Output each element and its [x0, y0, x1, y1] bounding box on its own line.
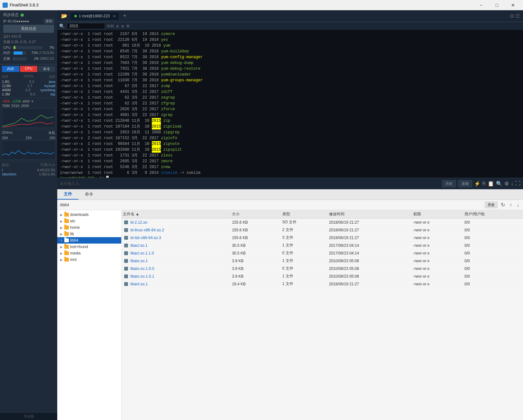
settings-icon[interactable]: ⚙ [504, 181, 509, 187]
menu-icon[interactable]: ☰ [515, 13, 520, 19]
proc-header: 内存 CPU% 进程 [2, 75, 55, 79]
th-filename[interactable]: 文件名 ▲ [122, 210, 229, 219]
grid-icon[interactable]: ⊞ [510, 13, 514, 19]
mem-metric: 内存 71% 2.7G/3.8G [3, 50, 54, 55]
term-line-yes: -rwxr-xr-x 1 root root 22120 6月 19 2018 … [60, 37, 520, 43]
fm-table: 文件名 ▲ 大小 类型 修改时间 权限 用户/用户组 ld-2.12.so 1 [122, 210, 523, 288]
tree-item-mnt[interactable]: ▶ mnt [57, 256, 121, 263]
td-owner: 0/0 [462, 273, 523, 280]
th-type[interactable]: 类型 [280, 210, 326, 219]
copy-ip-button[interactable]: 复制 [44, 19, 54, 24]
tab-close-icon[interactable]: × [113, 13, 115, 19]
fm-upload-button[interactable]: ↑ [508, 201, 513, 209]
tree-item-etc[interactable]: ▶ etc [57, 218, 121, 224]
proc-cpu-java: 3.3 [24, 80, 34, 84]
fullscreen-icon[interactable]: ⛶ [515, 181, 520, 186]
find-icon[interactable]: 🔍 [496, 181, 502, 187]
table-row[interactable]: ld-2.12.so 155.6 KB SO 文件 2018/06/19 21:… [122, 219, 523, 226]
search-prev-icon[interactable]: ∧ [116, 23, 119, 29]
tree-item-lib64[interactable]: ▼ lib64 [57, 237, 121, 244]
fm-tab-files[interactable]: 文件 [57, 189, 78, 200]
th-perm[interactable]: 权限 [411, 210, 462, 219]
th-size[interactable]: 大小 [229, 210, 280, 219]
table-row[interactable]: libaio.so.1.0.1 3.9 KB 1 文件 2010/08/23 0… [122, 273, 523, 280]
table-row[interactable]: libanl.so.1 19.4 KB 1 文件 2018/06/19 21:2… [122, 280, 523, 288]
tree-item-lostfound[interactable]: ▶ lost+found [57, 244, 121, 250]
term-line-zip: -rwxr-xr-x 1 root root 212048 11月 10 201… [60, 118, 520, 124]
fm-tab-cmd[interactable]: 命令 [78, 189, 100, 200]
filename-label: libacl.so.1.1.0 [130, 251, 154, 255]
download-icon[interactable]: ↓ [511, 181, 513, 186]
folder-icon-downloads [64, 213, 69, 217]
table-row[interactable]: libaio.so.1 3.9 KB 1 文件 2010/08/23 05:08… [122, 257, 523, 265]
search-next-icon[interactable]: ∨ [121, 23, 124, 29]
tree-label-lostfound: lost+found [70, 245, 88, 249]
tree-item-downloads[interactable]: ▶ downloads [57, 211, 121, 218]
fm-current-path: /lib64 [60, 203, 483, 207]
net-iface: eth0 [23, 99, 29, 103]
tree-label-etc: etc [70, 219, 75, 223]
expand-home-icon: ▶ [60, 226, 63, 229]
title-left: FinalShell 3.8.3 [3, 3, 39, 8]
table-row[interactable]: ld-linux-x86-64.so.2 155.6 KB 2 文件 2018/… [122, 226, 523, 234]
tree-item-home[interactable]: ▶ home [57, 224, 121, 231]
search-input[interactable] [67, 23, 105, 29]
history-button[interactable]: 历史 [442, 180, 456, 187]
td-type: 1 文件 [280, 242, 326, 249]
td-type: SO 文件 [280, 219, 326, 226]
paste-icon[interactable]: 📋 [488, 181, 494, 187]
term-line-zmore: -rwxr-xr-x 1 root root 2605 3月 22 2017 z… [60, 158, 520, 164]
cpu-metric: CPU 7% [3, 46, 54, 49]
search-close-icon[interactable]: ✕ [126, 23, 130, 29]
net-v1: 768K [2, 104, 10, 108]
proc-row-java: 1.8G 3.3 java [2, 80, 55, 84]
term-line-zsoelim: lrwxrwxrwx 1 root root 6 3月 9 2014 zsoel… [60, 170, 520, 176]
term-line-zipnote: -rwxr-xr-x 1 root root 98584 11月 10 2015… [60, 141, 520, 147]
tab-cmd[interactable]: 命令 [38, 66, 55, 72]
close-button[interactable]: ✕ [506, 0, 520, 10]
app-title: FinalShell 3.8.3 [10, 3, 39, 7]
tree-item-lib[interactable]: ▶ lib [57, 231, 121, 237]
tab-status-dot [74, 15, 77, 17]
tab-mem[interactable]: 内存 [2, 66, 19, 72]
td-type: 2 文件 [280, 226, 326, 234]
table-row[interactable]: libacl.so.1 30.5 KB 1 文件 2017/08/23 04:1… [122, 242, 523, 249]
minimize-button[interactable]: − [473, 0, 488, 10]
fm-refresh-button[interactable]: ↻ [500, 201, 506, 209]
options-button[interactable]: 选项 [458, 180, 472, 187]
swap-size: 33M/2.2G [40, 57, 54, 60]
td-owner: 0/0 [462, 242, 523, 249]
net-vals: 768K 531K 265K [2, 104, 55, 108]
maximize-button[interactable]: □ [490, 0, 504, 10]
expand-lostfound-icon: ▶ [60, 245, 63, 248]
add-tab-button[interactable]: + [120, 11, 130, 21]
term-line-yumconfigmgr: -rwxr-xr-x 1 root root 8522 7月 30 2018 y… [60, 54, 520, 60]
td-perm: -rwxr-xr-x [411, 219, 462, 226]
file-icon [124, 251, 128, 255]
mem-label: 内存 [3, 50, 12, 55]
terminal-tab[interactable]: 1 root@1i900-223 × [70, 12, 120, 20]
th-owner[interactable]: 用户/用户组 [462, 210, 523, 219]
td-filename: libaio.so.1 [122, 257, 229, 265]
term-line-zipcloak: -rwxr-xr-x 1 root root 107104 11月 10 201… [60, 124, 520, 130]
disk-row-root: / 4.4G/23.3G [2, 168, 55, 172]
table-row[interactable]: libacl.so.1.1.0 30.5 KB 0 文件 2017/08/23 … [122, 249, 523, 257]
sync-status-row: 同步状态 [3, 12, 54, 18]
tab-cpu[interactable]: CPU [20, 66, 37, 72]
proc-name-sync: syncthing [41, 88, 55, 92]
folder-icon-btn[interactable]: 📂 [59, 12, 70, 20]
net-expand-icon[interactable]: ▼ [31, 100, 34, 103]
fm-table-wrap: 文件名 ▲ 大小 类型 修改时间 权限 用户/用户组 ld-2.12.so 1 [122, 210, 523, 420]
td-owner: 0/0 [462, 219, 523, 226]
term-line-zdiff: -rwxr-xr-x 1 root root 4441 3月 22 2017 z… [60, 89, 520, 95]
fm-hist-button[interactable]: 历史 [485, 201, 498, 208]
table-row[interactable]: ld-lsb-x86-64.so.3 155.6 KB 3 文件 2018/06… [122, 234, 523, 242]
tree-item-media[interactable]: ▶ media [57, 250, 121, 256]
file-icon [124, 220, 128, 224]
sysinfo-button[interactable]: 系统信息 [3, 25, 54, 33]
copy-icon[interactable]: ⎘ [482, 181, 486, 186]
table-row[interactable]: libaio.so.1.0.0 3.9 KB 0 文件 2010/08/23 0… [122, 265, 523, 273]
th-mtime[interactable]: 修改时间 [326, 210, 411, 219]
fm-download-button[interactable]: ↓ [515, 201, 520, 209]
td-mtime: 2010/08/23 05:08 [326, 273, 411, 280]
